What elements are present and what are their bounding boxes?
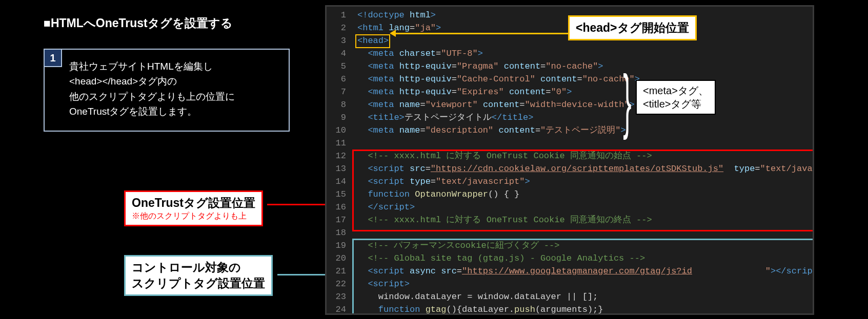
line-number: 13 [327, 162, 346, 175]
highlight-onetrust-block [352, 150, 814, 231]
callout-onetrust-title: OneTrustタグ設置位置 [132, 195, 255, 211]
code-line: <title>テストページタイトル</title> [357, 111, 813, 124]
code-line: <meta http-equiv="Cache-Control" content… [357, 73, 813, 86]
line-number: 16 [327, 201, 346, 214]
line-number: 22 [327, 278, 346, 290]
section-heading: ■HTMLへOneTrustタグを設置する [44, 15, 233, 31]
callout-meta-tags: <meta>タグ、<title>タグ等 [636, 80, 716, 115]
highlight-head-tag [355, 34, 390, 48]
code-line: <meta name="viewport" content="width=dev… [357, 98, 813, 111]
code-editor: 123456789101112131415161718192021222324 … [325, 5, 814, 315]
line-number: 5 [327, 60, 346, 73]
code-line: <meta http-equiv="Pragma" content="no-ca… [357, 60, 813, 73]
line-number: 6 [327, 73, 346, 86]
arrow-yellow-line [395, 33, 568, 34]
line-number: 2 [327, 22, 346, 34]
callout-control-position: コントロール対象のスクリプトタグ設置位置 [124, 255, 273, 296]
code-line: <meta charset="UTF-8"> [357, 47, 813, 60]
code-line: <meta name="description" content="テストページ… [357, 124, 813, 137]
line-number: 19 [327, 239, 346, 252]
line-number: 18 [327, 226, 346, 239]
callout-onetrust-position: OneTrustタグ設置位置 ※他のスクリプトタグよりも上 [124, 190, 263, 226]
line-number: 23 [327, 290, 346, 303]
line-number: 10 [327, 124, 346, 137]
line-number: 8 [327, 98, 346, 111]
arrow-yellow-head-icon [390, 30, 396, 37]
line-number: 9 [327, 111, 346, 124]
callout-onetrust-note: ※他のスクリプトタグよりも上 [132, 211, 255, 222]
line-number: 15 [327, 188, 346, 201]
line-number: 24 [327, 303, 346, 315]
line-number-gutter: 123456789101112131415161718192021222324 [327, 7, 350, 313]
line-number: 1 [327, 9, 346, 22]
line-number: 21 [327, 265, 346, 278]
step-text: 貴社ウェブサイトHTMLを編集し<head></head>タグ内の他のスクリプト… [69, 59, 276, 119]
step-number: 1 [44, 49, 62, 67]
line-number: 4 [327, 47, 346, 60]
code-line: <meta http-equiv="Expires" content="0"> [357, 86, 813, 98]
code-line [357, 137, 813, 150]
step-1-box: 1 貴社ウェブサイトHTMLを編集し<head></head>タグ内の他のスクリ… [44, 49, 290, 132]
highlight-control-block [352, 239, 814, 315]
line-number: 3 [327, 34, 346, 47]
brace-icon: } [623, 59, 631, 142]
line-number: 17 [327, 214, 346, 226]
line-number: 11 [327, 137, 346, 150]
line-number: 14 [327, 175, 346, 188]
callout-head-start: <head>タグ開始位置 [568, 15, 697, 40]
line-number: 7 [327, 86, 346, 98]
line-number: 20 [327, 252, 346, 265]
line-number: 12 [327, 150, 346, 162]
